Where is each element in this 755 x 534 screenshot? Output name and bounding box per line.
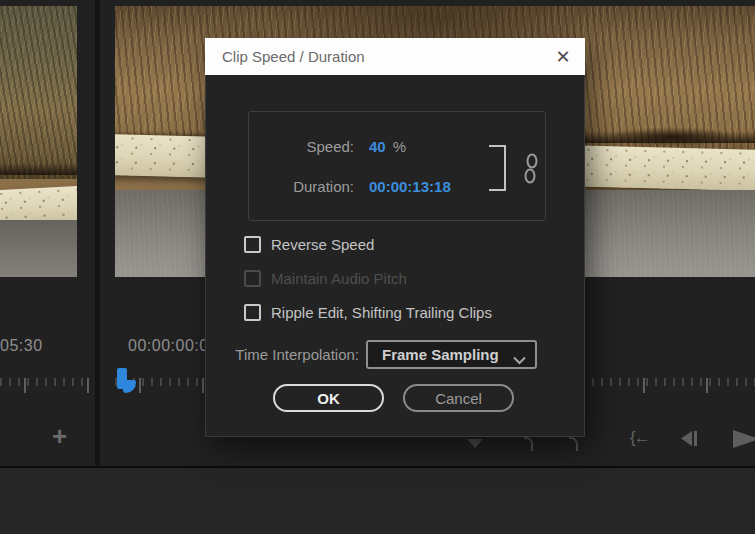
maintain-audio-pitch-row: Maintain Audio Pitch bbox=[244, 270, 407, 287]
time-interpolation-value: Frame Sampling bbox=[382, 346, 499, 363]
time-interpolation-label: Time Interpolation: bbox=[206, 346, 359, 363]
playhead-foot-icon bbox=[123, 380, 136, 393]
maintain-audio-pitch-label: Maintain Audio Pitch bbox=[271, 270, 407, 287]
reverse-speed-checkbox[interactable] bbox=[244, 236, 261, 253]
video-asphalt-path bbox=[0, 220, 77, 277]
clip-speed-duration-dialog: Clip Speed / Duration ✕ Speed: 40 % Dura… bbox=[205, 38, 585, 437]
goto-in-point-button[interactable]: {← bbox=[630, 428, 649, 448]
premiere-workspace: 05:30 00:00:00:00 + {← Clip Speed / Dura… bbox=[0, 0, 755, 534]
close-button[interactable]: ✕ bbox=[551, 45, 575, 69]
plus-icon: + bbox=[52, 421, 67, 451]
ripple-edit-row: Ripple Edit, Shifting Trailing Clips bbox=[244, 304, 492, 321]
video-gravel-strip bbox=[0, 185, 77, 225]
duration-value[interactable]: 00:00:13:18 bbox=[369, 178, 451, 195]
ok-button[interactable]: OK bbox=[273, 384, 384, 412]
play-button[interactable] bbox=[733, 430, 755, 452]
maintain-audio-pitch-checkbox bbox=[244, 270, 261, 287]
goto-in-icon: {← bbox=[630, 428, 649, 447]
reverse-speed-row: Reverse Speed bbox=[244, 236, 374, 253]
extract-icon[interactable] bbox=[569, 437, 578, 451]
dialog-title: Clip Speed / Duration bbox=[222, 48, 365, 65]
source-time-ruler[interactable] bbox=[0, 378, 90, 394]
link-icon[interactable] bbox=[523, 152, 539, 192]
step-back-icon bbox=[679, 431, 700, 446]
chevron-down-icon bbox=[513, 351, 526, 369]
panel-divider[interactable] bbox=[95, 0, 100, 465]
dialog-body: Speed: 40 % Duration: 00:00:13:18 Revers… bbox=[205, 75, 585, 437]
duration-row: Duration: 00:00:13:18 bbox=[206, 178, 506, 195]
bottom-panel bbox=[0, 466, 755, 534]
ripple-edit-checkbox[interactable] bbox=[244, 304, 261, 321]
cancel-button[interactable]: Cancel bbox=[403, 384, 514, 412]
step-back-button[interactable] bbox=[679, 431, 700, 450]
duration-label: Duration: bbox=[206, 178, 354, 195]
video-shadow-band bbox=[0, 163, 77, 175]
reverse-speed-label: Reverse Speed bbox=[271, 236, 374, 253]
add-marker-button[interactable]: + bbox=[52, 423, 67, 449]
speed-row: Speed: 40 % bbox=[206, 138, 506, 155]
speed-unit: % bbox=[393, 138, 406, 155]
time-interpolation-dropdown[interactable]: Frame Sampling bbox=[366, 340, 537, 369]
dialog-titlebar[interactable]: Clip Speed / Duration ✕ bbox=[205, 38, 585, 75]
play-icon bbox=[733, 430, 755, 448]
ripple-edit-label: Ripple Edit, Shifting Trailing Clips bbox=[271, 304, 492, 321]
lift-icon[interactable] bbox=[524, 437, 533, 451]
close-icon: ✕ bbox=[555, 46, 570, 68]
speed-label: Speed: bbox=[206, 138, 354, 155]
video-brush-area bbox=[0, 6, 77, 179]
source-timecode[interactable]: 05:30 bbox=[0, 337, 43, 355]
gang-bracket-icon bbox=[489, 145, 506, 191]
playhead-marker[interactable] bbox=[116, 368, 138, 394]
source-monitor-video-frame[interactable] bbox=[0, 6, 77, 277]
speed-value[interactable]: 40 bbox=[369, 138, 386, 155]
marker-triangle-icon[interactable] bbox=[467, 439, 483, 448]
